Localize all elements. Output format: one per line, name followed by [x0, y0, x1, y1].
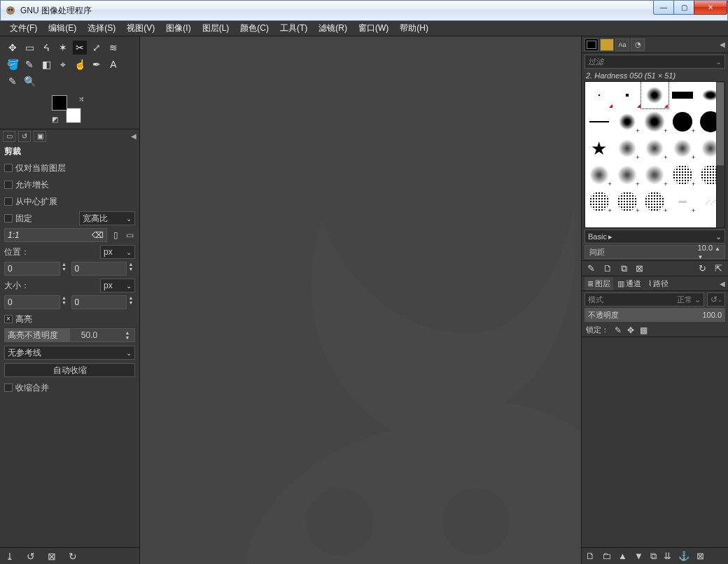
smudge-tool-icon[interactable]: ☝: [73, 57, 87, 71]
brush-item[interactable]: ★: [585, 135, 613, 162]
window-close-button[interactable]: ✕: [694, 1, 727, 15]
duplicate-brush-icon[interactable]: ⧉: [621, 263, 627, 274]
zoom-tool-icon[interactable]: 🔍: [22, 74, 36, 88]
spin-up-icon[interactable]: ▲: [60, 295, 69, 300]
size-unit-select[interactable]: px⌄: [100, 279, 135, 292]
spin-down-icon[interactable]: ▼: [60, 300, 69, 305]
save-preset-icon[interactable]: ⤓: [6, 551, 14, 562]
brush-item[interactable]: +: [668, 108, 696, 135]
lock-position-icon[interactable]: ✥: [627, 325, 634, 335]
menu-tools[interactable]: 工具(T): [274, 21, 313, 36]
brush-filter-input[interactable]: 过滤 ⌄: [584, 55, 725, 69]
highlight-checkbox[interactable]: [4, 315, 13, 323]
menu-filters[interactable]: 滤镜(R): [313, 21, 353, 36]
duplicate-layer-icon[interactable]: ⧉: [650, 551, 657, 562]
menu-help[interactable]: 帮助(H): [394, 21, 434, 36]
layers-tab[interactable]: ≣图层: [584, 277, 613, 290]
size-w-input[interactable]: 0: [4, 295, 60, 309]
clear-input-icon[interactable]: ⌫: [92, 230, 104, 240]
fixed-mode-select[interactable]: 宽高比⌄: [79, 211, 135, 225]
eraser-tool-icon[interactable]: ◧: [39, 57, 53, 71]
refresh-brushes-icon[interactable]: ↻: [699, 263, 706, 274]
patterns-tab-icon[interactable]: [584, 38, 598, 51]
brush-item[interactable]: +: [585, 162, 613, 188]
fuzzy-select-tool-icon[interactable]: ✶: [56, 41, 70, 55]
text-tool-icon[interactable]: A: [106, 57, 120, 71]
spin-up-icon[interactable]: ▲: [123, 330, 132, 335]
menu-select[interactable]: 选择(S): [82, 21, 121, 36]
delete-brush-icon[interactable]: ⊠: [636, 263, 643, 274]
foreground-color-swatch[interactable]: [52, 95, 67, 111]
raise-layer-icon[interactable]: ▲: [618, 551, 627, 561]
history-tab-icon[interactable]: ◔: [631, 38, 645, 51]
position-x-input[interactable]: 0: [4, 262, 60, 276]
delete-layer-icon[interactable]: ⊠: [696, 551, 704, 561]
brush-item[interactable]: ⋯: [641, 215, 669, 228]
brush-item[interactable]: [641, 82, 669, 108]
menu-window[interactable]: 窗口(W): [353, 21, 394, 36]
allow-grow-checkbox[interactable]: [4, 181, 13, 189]
layer-mode-select[interactable]: 模式 正常 ⌄: [584, 292, 704, 306]
channels-tab[interactable]: ▥通道: [615, 277, 644, 290]
brush-item[interactable]: +: [585, 188, 613, 215]
brush-item[interactable]: +: [613, 135, 641, 162]
size-h-input[interactable]: 0: [71, 295, 127, 309]
layer-opacity-slider[interactable]: 不透明度 100.0: [584, 308, 725, 322]
guides-select[interactable]: 无参考线⌄: [4, 346, 135, 360]
tab-menu-icon[interactable]: ◀: [720, 41, 725, 48]
rect-select-tool-icon[interactable]: ▭: [22, 41, 36, 55]
spin-down-icon[interactable]: ▼: [123, 335, 132, 340]
brush-spacing-slider[interactable]: 间距 10.0 ▲▼: [584, 245, 725, 259]
mode-reset-button[interactable]: ↺ ⌄: [707, 292, 725, 306]
menu-view[interactable]: 视图(V): [121, 21, 160, 36]
anchor-layer-icon[interactable]: ⚓: [678, 551, 690, 561]
brush-item[interactable]: +: [613, 188, 641, 215]
new-brush-icon[interactable]: 🗋: [603, 263, 612, 274]
merge-down-icon[interactable]: ⇊: [664, 551, 671, 561]
spin-up-icon[interactable]: ▲: [60, 262, 69, 267]
reset-tool-icon[interactable]: ↻: [69, 551, 77, 562]
menu-color[interactable]: 颜色(C): [234, 21, 274, 36]
brush-item[interactable]: ≈≈: [585, 215, 613, 228]
auto-shrink-button[interactable]: 自动收缩: [4, 363, 135, 377]
brush-item[interactable]: +: [641, 135, 669, 162]
fixed-ratio-input[interactable]: 1:1⌫: [4, 228, 107, 242]
brushes-tab-icon[interactable]: [600, 38, 614, 51]
brush-item[interactable]: [613, 82, 641, 108]
spin-down-icon[interactable]: ▼: [127, 300, 135, 305]
brush-item[interactable]: ══+: [668, 188, 696, 215]
delete-preset-icon[interactable]: ⊠: [48, 551, 56, 562]
clone-tool-icon[interactable]: ⌖: [56, 57, 70, 71]
lock-alpha-icon[interactable]: ▩: [640, 325, 648, 335]
reset-colors-icon[interactable]: ◩: [52, 115, 58, 123]
lock-pixels-icon[interactable]: ✎: [615, 325, 622, 335]
restore-preset-icon[interactable]: ↺: [27, 551, 35, 562]
landscape-icon[interactable]: ▭: [124, 230, 135, 240]
spin-down-icon[interactable]: ▼: [127, 267, 135, 272]
brush-item[interactable]: [585, 108, 613, 135]
new-layer-icon[interactable]: 🗋: [586, 551, 595, 561]
menu-image[interactable]: 图像(I): [160, 21, 196, 36]
expand-center-checkbox[interactable]: [4, 197, 13, 206]
brush-item[interactable]: +: [668, 162, 696, 188]
fixed-checkbox[interactable]: [4, 214, 13, 223]
tool-options-tab-icon[interactable]: ▭: [3, 131, 15, 142]
fonts-tab-icon[interactable]: Aa: [615, 38, 629, 51]
open-as-image-icon[interactable]: ⇱: [715, 263, 722, 274]
menu-edit[interactable]: 编辑(E): [43, 21, 82, 36]
path-tool-icon[interactable]: ✒: [90, 57, 104, 71]
edit-brush-icon[interactable]: ✎: [587, 263, 595, 274]
background-color-swatch[interactable]: [66, 108, 81, 123]
bucket-fill-tool-icon[interactable]: 🪣: [6, 57, 20, 71]
brush-item[interactable]: [585, 82, 613, 108]
brush-scrollbar[interactable]: [716, 82, 724, 227]
brush-group-select[interactable]: Basic▸ ⌄: [584, 230, 725, 244]
tab-menu-icon[interactable]: ◀: [720, 280, 725, 288]
images-tab-icon[interactable]: ▣: [34, 131, 46, 142]
brush-item[interactable]: ⋯: [613, 215, 641, 228]
color-picker-tool-icon[interactable]: ✎: [6, 74, 20, 88]
spin-down-icon[interactable]: ▼: [60, 267, 69, 272]
only-current-layer-checkbox[interactable]: [4, 164, 13, 172]
device-status-tab-icon[interactable]: ↺: [18, 131, 31, 142]
position-y-input[interactable]: 0: [71, 262, 127, 276]
